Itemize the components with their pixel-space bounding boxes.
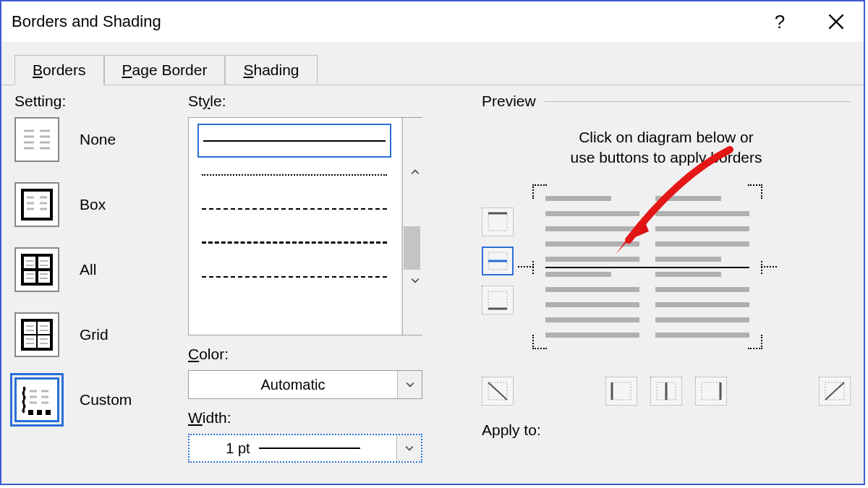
help-button[interactable]: ? [762,4,797,39]
preview-label: Preview [482,93,536,110]
svg-rect-8 [22,190,51,219]
preview-diagram[interactable] [535,187,760,346]
width-field: Width: 1 pt [188,409,448,463]
svg-rect-46 [488,213,507,231]
svg-rect-44 [37,410,42,415]
setting-grid-icon [14,312,59,357]
setting-all[interactable]: All [14,247,182,292]
style-scrollbar[interactable] [401,118,422,335]
svg-line-61 [825,382,844,400]
setting-column: Setting: None Box All [14,93,182,481]
color-value: Automatic [189,377,397,393]
titlebar: Borders and Shading ? [1,1,864,42]
setting-none-icon [14,117,59,162]
chevron-down-icon [397,371,422,398]
color-field: Color: Automatic [188,346,448,399]
border-top-button[interactable] [482,207,514,236]
svg-line-53 [488,382,507,400]
tab-borders[interactable]: Borders [14,55,104,85]
preview-column: Preview Click on diagram below or use bu… [482,93,851,481]
preview-h-middle-line [545,267,749,268]
style-option-dotted[interactable] [197,158,391,192]
setting-custom-icon [14,377,59,422]
width-line-sample [259,448,360,449]
preview-hint: Click on diagram below or use buttons to… [482,127,851,168]
style-column: Style: Color: Automatic [188,93,448,481]
setting-grid[interactable]: Grid [14,312,182,357]
border-diag-up-button[interactable] [819,377,851,406]
svg-rect-54 [612,382,631,400]
border-v-middle-button[interactable] [650,377,682,406]
style-option-dash-bold[interactable] [197,226,391,260]
border-right-button[interactable] [695,377,727,406]
setting-none[interactable]: None [14,117,182,162]
border-h-middle-button[interactable] [482,247,514,275]
width-value: 1 pt [226,440,250,457]
tab-shading[interactable]: Shading [225,55,317,85]
tab-page-border[interactable]: Page Border [104,55,226,85]
close-button[interactable] [819,4,854,39]
svg-rect-50 [488,291,507,309]
style-option-dash-dot[interactable] [197,260,391,294]
preview-horizontal-buttons [482,377,851,406]
dialog-title: Borders and Shading [12,12,161,31]
border-left-button[interactable] [605,377,637,406]
setting-box[interactable]: Box [14,182,182,227]
scroll-up-button[interactable] [402,118,427,226]
setting-custom[interactable]: Custom [14,377,182,422]
style-option-dash-medium[interactable] [197,192,391,226]
tab-strip: Borders Page Border Shading [1,53,864,85]
scroll-thumb[interactable] [404,226,420,270]
borders-and-shading-dialog: Borders and Shading ? Borders Page Borde… [0,0,865,485]
close-icon [828,14,844,30]
style-label: Style: [188,93,448,110]
style-listbox[interactable] [188,117,422,335]
chevron-down-icon [396,435,421,461]
border-bottom-button[interactable] [482,286,514,314]
setting-box-icon [14,182,59,227]
preview-vertical-buttons [482,207,521,346]
svg-rect-45 [46,410,51,415]
apply-to-label: Apply to: [482,421,851,439]
dialog-body: Setting: None Box All [1,85,864,481]
style-option-solid[interactable] [197,124,391,158]
svg-rect-43 [28,410,33,415]
setting-all-icon [14,247,59,292]
color-combo[interactable]: Automatic [188,370,422,399]
border-diag-down-button[interactable] [482,377,514,406]
width-combo[interactable]: 1 pt [188,434,422,463]
svg-rect-58 [702,382,720,400]
setting-label: Setting: [14,93,182,110]
